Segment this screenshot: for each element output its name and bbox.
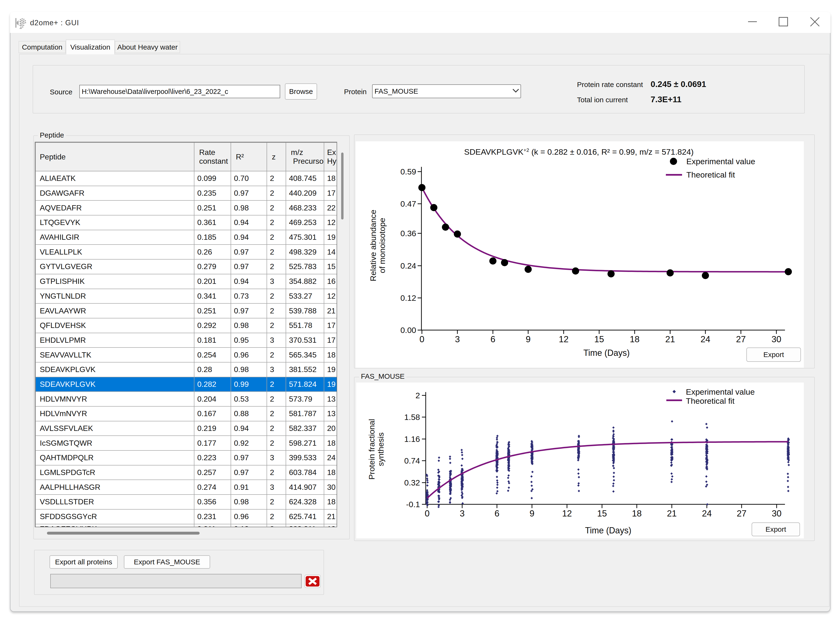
svg-text:Time (Days): Time (Days) [585,526,631,535]
svg-text:0.36: 0.36 [400,229,416,238]
svg-text:21: 21 [667,509,677,518]
svg-text:0: 0 [419,334,425,344]
svg-text:Time (Days): Time (Days) [584,348,630,358]
svg-text:1.16: 1.16 [404,434,420,444]
svg-text:18: 18 [630,334,639,344]
svg-text:0.32: 0.32 [404,478,420,487]
svg-text:1.58: 1.58 [404,413,420,422]
svg-text:-0.1: -0.1 [406,500,420,509]
svg-text:12: 12 [562,509,572,518]
svg-text:30: 30 [772,509,781,518]
svg-text:0: 0 [425,509,430,518]
svg-text:3: 3 [460,509,465,518]
svg-text:21: 21 [665,334,675,344]
svg-text:Theoretical fit: Theoretical fit [686,170,735,179]
svg-text:6: 6 [490,334,496,344]
svg-text:0.74: 0.74 [404,456,420,465]
svg-text:2: 2 [415,391,420,400]
svg-text:Experimental value: Experimental value [686,157,755,166]
svg-text:SDEAVKPLGVK+2 (k = 0.282 ± 0.0: SDEAVKPLGVK+2 (k = 0.282 ± 0.016, R² = 0… [464,147,693,156]
svg-text:Relative abundance: Relative abundance [369,210,378,281]
svg-text:0.12: 0.12 [400,293,416,302]
svg-text:9: 9 [530,509,535,518]
svg-text:0.24: 0.24 [400,261,416,270]
svg-text:15: 15 [594,334,604,344]
svg-text:27: 27 [736,334,746,344]
svg-text:24: 24 [701,334,710,344]
svg-text:synthesis: synthesis [376,432,385,466]
svg-text:3: 3 [455,334,460,344]
svg-text:9: 9 [526,334,531,344]
svg-text:Experimental value: Experimental value [686,387,755,396]
svg-text:0.00: 0.00 [400,325,416,334]
svg-text:24: 24 [702,509,712,518]
svg-text:Theoretical fit: Theoretical fit [686,396,735,406]
svg-text:27: 27 [736,509,747,518]
svg-text:0.47: 0.47 [400,199,416,208]
svg-text:15: 15 [597,509,607,518]
svg-text:6: 6 [495,509,499,518]
svg-text:30: 30 [771,334,781,344]
svg-text:0.59: 0.59 [400,167,416,176]
svg-text:18: 18 [632,509,641,518]
svg-text:of monoisotope: of monoisotope [378,218,387,273]
svg-text:12: 12 [559,334,569,344]
svg-text:Protein fractional: Protein fractional [367,419,376,480]
